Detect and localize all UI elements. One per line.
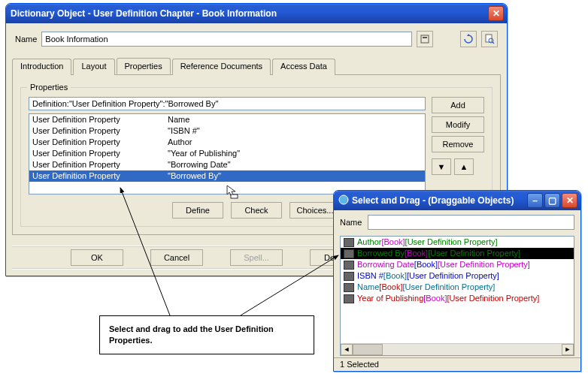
name-input[interactable] bbox=[41, 32, 412, 47]
drag-list[interactable]: Author [Book] [User Definition Property]… bbox=[340, 236, 574, 356]
window-title: Dictionary Object - User Definition Chap… bbox=[11, 8, 486, 19]
svg-rect-0 bbox=[421, 35, 429, 43]
property-type: User Definition Property bbox=[32, 114, 168, 125]
definition-line[interactable]: Definition:"User Definition Property":"B… bbox=[29, 97, 426, 110]
drag-item[interactable]: Name [Book] [User Definition Property] bbox=[341, 282, 574, 293]
scroll-left-icon[interactable]: ◄ bbox=[341, 344, 353, 355]
maximize-button[interactable]: ▢ bbox=[544, 193, 560, 208]
drag-item[interactable]: Borrowing Date [Book] [User Definition P… bbox=[341, 259, 574, 270]
drag-item[interactable]: Borrowed By [Book] [User Definition Prop… bbox=[341, 248, 574, 259]
properties-group-label: Properties bbox=[27, 83, 71, 92]
property-value: "Year of Publishing" bbox=[168, 148, 240, 159]
property-value: "ISBN #" bbox=[168, 125, 200, 137]
drag-item-name: Year of Publishing bbox=[357, 293, 423, 304]
callout-text: Select and drag to add the User Definiti… bbox=[99, 315, 314, 354]
spell-button[interactable]: Spell... bbox=[230, 249, 283, 266]
refresh-icon[interactable] bbox=[460, 31, 477, 47]
move-down-button[interactable]: ▼ bbox=[432, 158, 451, 175]
name-label: Name bbox=[15, 35, 37, 44]
tab-reference-documents[interactable]: Reference Documents bbox=[172, 59, 271, 75]
property-row[interactable]: User Definition PropertyName bbox=[29, 114, 425, 125]
drag-item-context: [Book] bbox=[381, 237, 405, 248]
app-icon bbox=[338, 194, 349, 207]
property-type: User Definition Property bbox=[32, 148, 168, 159]
scroll-right-icon[interactable]: ► bbox=[562, 344, 574, 355]
drag-item-name: Name bbox=[357, 282, 379, 293]
property-row[interactable]: User Definition Property"Borrowing Date" bbox=[29, 159, 425, 170]
drag-item-context: [Book] bbox=[405, 248, 428, 259]
drag-statusbar: 1 Selected bbox=[334, 357, 580, 371]
drag-item[interactable]: ISBN # [Book] [User Definition Property] bbox=[341, 270, 574, 282]
add-button[interactable]: Add bbox=[432, 97, 484, 113]
object-icon bbox=[344, 294, 354, 303]
drag-item-type: [User Definition Property] bbox=[447, 293, 539, 304]
object-icon bbox=[344, 249, 354, 258]
cancel-button[interactable]: Cancel bbox=[150, 249, 203, 266]
drag-window-title: Select and Drag - (Draggable Objects) bbox=[352, 195, 526, 206]
drag-item-context: [Book] bbox=[423, 293, 447, 304]
svg-line-4 bbox=[493, 42, 494, 44]
object-icon bbox=[344, 238, 354, 247]
drag-item-name: ISBN # bbox=[357, 270, 383, 282]
drag-item-name: Author bbox=[357, 237, 381, 248]
property-type: User Definition Property bbox=[32, 137, 168, 148]
property-value: Name bbox=[168, 114, 189, 125]
scroll-thumb[interactable] bbox=[353, 344, 383, 355]
drag-item-type: [User Definition Property] bbox=[403, 282, 496, 293]
drag-item[interactable]: Author [Book] [User Definition Property] bbox=[341, 237, 574, 248]
drag-item-context: [Book] bbox=[379, 282, 402, 293]
drag-item-name: Borrowed By bbox=[357, 248, 405, 259]
drag-item-context: [Book] bbox=[414, 259, 438, 270]
property-row[interactable]: User Definition Property"Borrowed By" bbox=[29, 170, 425, 182]
drag-item-type: [User Definition Property] bbox=[405, 237, 498, 248]
property-row[interactable]: User Definition Property"ISBN #" bbox=[29, 125, 425, 137]
drag-item-context: [Book] bbox=[383, 270, 407, 282]
object-icon bbox=[344, 272, 354, 281]
search-doc-icon[interactable] bbox=[481, 31, 498, 47]
properties-list[interactable]: User Definition PropertyNameUser Definit… bbox=[29, 113, 426, 194]
minimize-button[interactable]: – bbox=[527, 193, 543, 208]
tab-access-data[interactable]: Access Data bbox=[272, 59, 335, 75]
property-row[interactable]: User Definition PropertyAuthor bbox=[29, 137, 425, 148]
property-row[interactable]: User Definition Property"Year of Publish… bbox=[29, 148, 425, 159]
property-type: User Definition Property bbox=[32, 125, 168, 137]
drag-item-type: [User Definition Property] bbox=[407, 270, 499, 282]
modify-button[interactable]: Modify bbox=[432, 116, 484, 133]
property-value: "Borrowing Date" bbox=[168, 159, 231, 170]
tab-bar: Introduction Layout Properties Reference… bbox=[12, 58, 501, 75]
drag-name-input[interactable] bbox=[368, 215, 574, 230]
property-value: "Borrowed By" bbox=[168, 170, 221, 182]
object-icon bbox=[344, 283, 354, 292]
drag-item[interactable]: Year of Publishing [Book] [User Definiti… bbox=[341, 293, 574, 304]
define-button[interactable]: Define bbox=[172, 202, 223, 219]
svg-rect-1 bbox=[423, 37, 427, 38]
titlebar-main[interactable]: Dictionary Object - User Definition Chap… bbox=[6, 4, 507, 23]
drag-item-type: [User Definition Property] bbox=[438, 259, 530, 270]
svg-point-5 bbox=[339, 195, 348, 204]
object-icon bbox=[344, 261, 354, 270]
tab-introduction[interactable]: Introduction bbox=[12, 59, 71, 75]
property-type: User Definition Property bbox=[32, 170, 168, 182]
check-button[interactable]: Check bbox=[231, 202, 282, 219]
tab-layout[interactable]: Layout bbox=[73, 59, 114, 75]
tab-properties[interactable]: Properties bbox=[117, 58, 171, 74]
property-type: User Definition Property bbox=[32, 159, 168, 170]
close-button[interactable]: ✕ bbox=[488, 6, 504, 21]
drag-name-label: Name bbox=[340, 218, 362, 227]
dropdown-icon[interactable] bbox=[417, 31, 433, 47]
ok-button[interactable]: OK bbox=[71, 249, 123, 266]
drag-item-name: Borrowing Date bbox=[357, 259, 414, 270]
property-value: Author bbox=[168, 137, 192, 148]
drag-close-button[interactable]: ✕ bbox=[562, 193, 577, 208]
drag-item-type: [User Definition Property] bbox=[428, 248, 520, 259]
move-up-button[interactable]: ▲ bbox=[454, 158, 474, 175]
remove-button[interactable]: Remove bbox=[432, 136, 484, 152]
h-scrollbar[interactable]: ◄ ► bbox=[341, 343, 574, 355]
titlebar-drag[interactable]: Select and Drag - (Draggable Objects) – … bbox=[334, 191, 580, 210]
